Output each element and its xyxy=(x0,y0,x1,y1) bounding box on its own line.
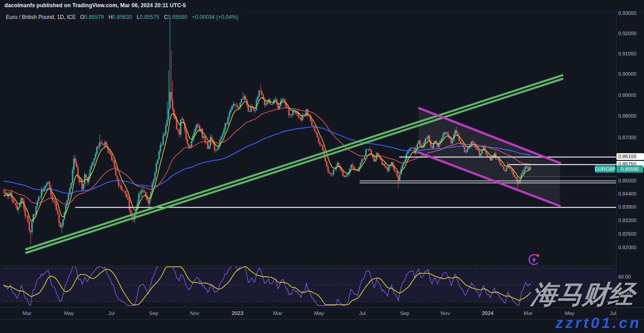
price-axis-label: 0.82600 xyxy=(618,231,636,237)
price-axis-label: 0.83200 xyxy=(618,218,636,223)
time-axis-label: Jul xyxy=(108,310,115,316)
price-axis-label: 0.89000 xyxy=(618,92,636,98)
price-axis-label: 0.92000 xyxy=(618,31,636,36)
published-line: dacolmanfx published on TradingView.com,… xyxy=(5,2,186,9)
time-axis-label: Nov xyxy=(441,310,450,316)
legend-low: L0.85575 xyxy=(137,14,159,20)
published-chart-page: dacolmanfx published on TradingView.com,… xyxy=(0,0,644,333)
price-axis-label: 0.82000 xyxy=(618,245,636,250)
time-axis-label: Mar xyxy=(273,310,282,316)
time-axis-label: Sep xyxy=(149,310,158,316)
pane-divider[interactable] xyxy=(0,266,616,266)
main-chart-pane[interactable] xyxy=(0,11,616,266)
watermark-cjk: 海马财经 xyxy=(530,276,644,313)
chart-legend[interactable]: Euro / British Pound, 1D, ICE O0.85579 H… xyxy=(6,14,238,20)
price-axis-label: 0.87000 xyxy=(618,135,636,140)
price-axis-label: 0.85000 xyxy=(618,178,636,183)
price-axis-label: 0.88000 xyxy=(618,113,636,119)
time-axis-label: Mar xyxy=(23,310,32,316)
time-axis-label: Sep xyxy=(400,310,409,316)
published-header: dacolmanfx published on TradingView.com,… xyxy=(0,0,644,11)
time-axis-label: 2023 xyxy=(232,310,243,316)
price-axis-label: 0.91000 xyxy=(618,51,636,56)
price-axis-label: 0.93000 xyxy=(618,10,636,16)
ticker-symbol-badge: EURGBP xyxy=(595,165,615,173)
watermark-url: zzrt01.cn xyxy=(556,314,642,332)
rsi-indicator-pane[interactable] xyxy=(0,266,616,307)
legend-close: C0.85590 xyxy=(164,14,187,20)
time-axis-label: May xyxy=(64,310,74,316)
legend-symbol: Euro / British Pound, 1D, ICE xyxy=(6,14,76,20)
last-price-badge: 0.85590 xyxy=(617,165,643,173)
price-axis-label: 0.83800 xyxy=(618,204,636,210)
boost-lightning-icon[interactable] xyxy=(527,252,542,266)
time-axis-label: Nov xyxy=(190,310,199,316)
time-axis-label: 2024 xyxy=(482,310,493,316)
legend-change: +0.00034 (+0.04%) xyxy=(192,14,238,20)
footer-bar: TradingView xyxy=(0,319,644,333)
price-level-label-chip: 0.86100 xyxy=(617,153,644,160)
time-axis-label: May xyxy=(314,310,324,316)
bolt-glyph xyxy=(532,257,536,264)
legend-high: H0.85630 xyxy=(109,14,132,20)
legend-open: O0.85579 xyxy=(80,14,104,20)
notification-dot xyxy=(536,254,539,257)
price-axis-label: 0.84400 xyxy=(618,191,636,196)
time-axis-label: Jul xyxy=(359,310,366,316)
price-axis-label: 0.90000 xyxy=(618,71,636,77)
